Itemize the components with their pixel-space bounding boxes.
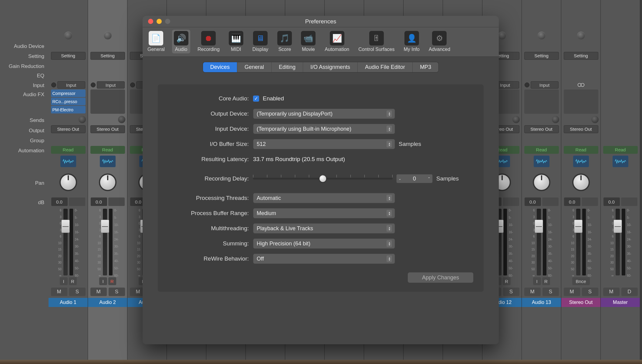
solo-button[interactable]: S xyxy=(542,288,559,296)
balance-knob[interactable] xyxy=(572,174,590,191)
fader-cap[interactable] xyxy=(61,220,70,233)
setting-button[interactable]: Setting xyxy=(524,52,559,60)
freeze-icon[interactable] xyxy=(573,156,589,167)
input-indicator[interactable] xyxy=(91,83,96,87)
volume-fader[interactable] xyxy=(103,209,107,275)
subtab-devices[interactable]: Devices xyxy=(203,62,237,72)
titlebar[interactable]: Preferences xyxy=(143,16,499,27)
core-audio-checkbox[interactable]: ✓ xyxy=(253,96,259,102)
toolbar-my-info[interactable]: 👤My Info xyxy=(402,30,421,53)
output-select[interactable]: Stereo Out xyxy=(564,125,598,133)
chevron-down-icon[interactable]: ⌄ xyxy=(396,177,404,181)
record-enable-button[interactable]: R xyxy=(69,277,77,285)
volume-db[interactable]: 0.0 xyxy=(564,197,580,206)
rewire-select[interactable]: Off▴▾ xyxy=(253,254,395,264)
send-knob[interactable] xyxy=(79,116,86,123)
input-monitor-button[interactable]: I xyxy=(99,277,107,285)
toolbar-movie[interactable]: 📹Movie xyxy=(299,30,317,53)
fx-insert[interactable]: PM-Electro xyxy=(51,106,86,113)
input-select[interactable]: Input xyxy=(97,81,125,89)
pan-knob[interactable] xyxy=(533,174,550,191)
mute-button[interactable]: M xyxy=(524,288,541,296)
toolbar-display[interactable]: 🖥Display xyxy=(251,30,270,53)
fx-slot-empty[interactable] xyxy=(90,89,125,114)
toolbar-midi[interactable]: 🎹MIDI xyxy=(227,30,245,53)
subtab-mp3[interactable]: MP3 xyxy=(413,62,438,72)
gain-knob[interactable] xyxy=(498,32,506,39)
gain-knob[interactable] xyxy=(538,32,546,39)
dim-button[interactable]: D xyxy=(621,288,638,296)
output-select[interactable]: Stereo Out xyxy=(524,125,559,133)
gain-knob[interactable] xyxy=(577,32,585,39)
send-knob[interactable] xyxy=(591,116,599,123)
fx-slot-empty[interactable] xyxy=(564,89,598,114)
fx-slot-empty[interactable] xyxy=(524,89,559,114)
pan-knob[interactable] xyxy=(59,174,77,191)
gain-knob[interactable] xyxy=(104,32,112,39)
output-select[interactable]: Stereo Out xyxy=(90,125,125,133)
subtab-audio-file-editor[interactable]: Audio File Editor xyxy=(358,62,413,72)
threads-select[interactable]: Automatic▴▾ xyxy=(253,193,395,203)
send-knob[interactable] xyxy=(118,116,125,123)
peak-db[interactable] xyxy=(582,197,598,206)
output-select[interactable]: Stereo Out xyxy=(51,125,86,133)
delay-slider[interactable] xyxy=(253,178,393,180)
freeze-icon[interactable] xyxy=(534,156,549,167)
record-enable-button[interactable]: R xyxy=(108,277,116,285)
fader-cap[interactable] xyxy=(574,220,583,233)
send-knob[interactable] xyxy=(552,116,559,123)
peak-db[interactable] xyxy=(69,197,85,206)
mute-button[interactable]: M xyxy=(90,288,107,296)
input-indicator[interactable] xyxy=(51,83,56,87)
peak-db[interactable] xyxy=(108,197,125,206)
automation-mode[interactable]: Read xyxy=(524,146,559,154)
mute-button[interactable]: M xyxy=(564,288,580,296)
channel-name[interactable]: Stereo Out xyxy=(561,298,600,307)
peak-db[interactable] xyxy=(503,197,519,206)
input-device-select[interactable]: (Temporarily using Built-in Microphone)▴… xyxy=(253,124,395,134)
toolbar-score[interactable]: 🎵Score xyxy=(275,30,294,53)
fx-insert[interactable]: RCo...presso xyxy=(51,98,86,105)
automation-mode[interactable]: Read xyxy=(90,146,125,154)
sum-select[interactable]: High Precision (64 bit)▴▾ xyxy=(253,238,395,249)
record-enable-button[interactable]: R xyxy=(542,277,550,285)
mt-select[interactable]: Playback & Live Tracks▴▾ xyxy=(253,223,395,234)
automation-mode[interactable]: Read xyxy=(51,146,86,154)
mute-button[interactable]: M xyxy=(51,288,67,296)
volume-fader[interactable] xyxy=(537,209,541,275)
buffer-size-select[interactable]: 512▴▾ xyxy=(253,139,395,149)
input-select[interactable]: Input xyxy=(57,81,85,89)
input-indicator[interactable] xyxy=(525,83,529,87)
toolbar-control-surfaces[interactable]: 🎚Control Surfaces xyxy=(356,30,396,53)
volume-db[interactable]: 0.0 xyxy=(91,197,107,206)
peak-db[interactable] xyxy=(621,197,637,206)
volume-db[interactable]: 0.0 xyxy=(603,197,620,206)
fader-cap[interactable] xyxy=(535,220,543,233)
toolbar-advanced[interactable]: ⚙Advanced xyxy=(427,30,452,53)
subtab-editing[interactable]: Editing xyxy=(272,62,303,72)
chevron-up-icon[interactable]: ⌃ xyxy=(425,177,433,181)
freeze-icon[interactable] xyxy=(100,156,116,167)
apply-changes-button[interactable]: Apply Changes xyxy=(408,272,473,283)
solo-button[interactable]: S xyxy=(503,288,519,296)
output-device-select[interactable]: (Temporarily using DisplayPort)▴▾ xyxy=(253,109,395,119)
setting-button[interactable]: Setting xyxy=(51,52,86,60)
subtab-general[interactable]: General xyxy=(237,62,272,72)
pan-knob[interactable] xyxy=(99,174,117,191)
slider-thumb[interactable] xyxy=(319,175,326,182)
fader-cap[interactable] xyxy=(101,220,109,233)
channel-name[interactable]: Master xyxy=(601,298,640,307)
volume-db[interactable]: 0.0 xyxy=(51,197,68,206)
subtab-i-o-assignments[interactable]: I/O Assignments xyxy=(303,62,358,72)
input-select[interactable]: Input xyxy=(531,81,559,89)
channel-name[interactable]: Audio 13 xyxy=(522,298,561,307)
fader-cap[interactable] xyxy=(613,220,622,233)
toolbar-audio[interactable]: 🔊Audio xyxy=(172,30,190,53)
channel-name[interactable]: Audio 1 xyxy=(49,298,88,307)
input-monitor-button[interactable]: I xyxy=(60,277,68,285)
pbr-select[interactable]: Medium▴▾ xyxy=(253,208,395,218)
setting-button[interactable]: Setting xyxy=(90,52,125,60)
toolbar-recording[interactable]: ⏺Recording xyxy=(196,30,221,53)
volume-fader[interactable] xyxy=(63,209,68,275)
volume-fader[interactable] xyxy=(576,209,580,275)
